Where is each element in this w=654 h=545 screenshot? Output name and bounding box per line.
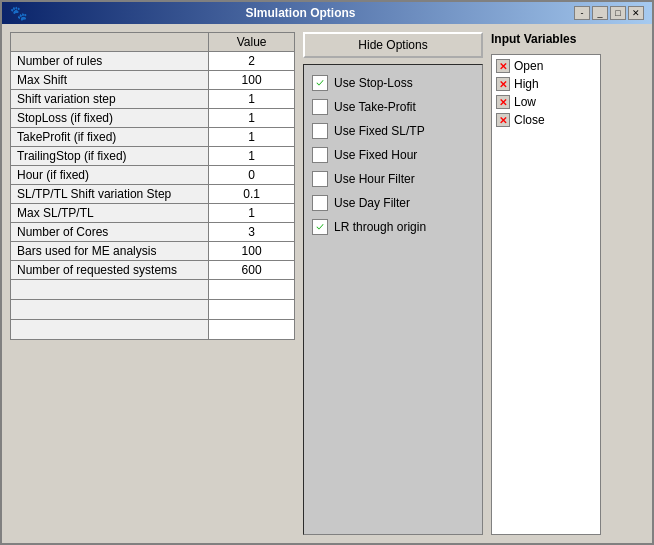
empty-cell [209,280,295,300]
empty-cell [209,300,295,320]
var-delete-icon[interactable]: ✕ [496,113,510,127]
row-label: StopLoss (if fixed) [11,109,209,128]
row-label: TrailingStop (if fixed) [11,147,209,166]
checkbox-row[interactable]: LR through origin [312,219,474,235]
row-label: Number of Cores [11,223,209,242]
var-row: ✕High [496,77,596,91]
row-label: Hour (if fixed) [11,166,209,185]
checkbox-label: Use Fixed Hour [334,148,417,162]
checkbox-label: Use Stop-Loss [334,76,413,90]
table-row: Number of Cores3 [11,223,295,242]
left-panel: Value Number of rules2Max Shift100Shift … [10,32,295,535]
var-label: Low [514,95,536,109]
row-value[interactable]: 0 [209,166,295,185]
checkbox-row[interactable]: Use Fixed Hour [312,147,474,163]
row-label: Shift variation step [11,90,209,109]
window-title: SImulation Options [27,6,574,20]
empty-cell [11,300,209,320]
row-value[interactable]: 100 [209,242,295,261]
empty-cell [209,320,295,340]
checkbox-label: Use Take-Profit [334,100,416,114]
row-label: TakeProfit (if fixed) [11,128,209,147]
table-row: Max Shift100 [11,71,295,90]
window-content: Value Number of rules2Max Shift100Shift … [2,24,652,543]
options-box: Use Stop-LossUse Take-ProfitUse Fixed SL… [303,64,483,535]
row-label: Bars used for ME analysis [11,242,209,261]
var-label: Open [514,59,543,73]
row-value[interactable]: 3 [209,223,295,242]
table-row: Hour (if fixed)0 [11,166,295,185]
checkbox-row[interactable]: Use Hour Filter [312,171,474,187]
close-button[interactable]: ✕ [628,6,644,20]
row-value[interactable]: 0.1 [209,185,295,204]
checkbox-row[interactable]: Use Day Filter [312,195,474,211]
row-label: SL/TP/TL Shift variation Step [11,185,209,204]
var-label: Close [514,113,545,127]
table-row-empty [11,320,295,340]
window-icon: 🐾 [10,5,27,21]
checkbox-icon[interactable] [312,75,328,91]
var-row: ✕Low [496,95,596,109]
row-label: Number of requested systems [11,261,209,280]
right-panel: Input Variables ✕Open✕High✕Low✕Close [491,32,601,535]
checkbox-icon[interactable] [312,123,328,139]
table-row: Number of rules2 [11,52,295,71]
row-value[interactable]: 600 [209,261,295,280]
title-bar: 🐾 SImulation Options - _ □ ✕ [2,2,652,24]
table-row: TakeProfit (if fixed)1 [11,128,295,147]
checkbox-label: LR through origin [334,220,426,234]
checkbox-row[interactable]: Use Fixed SL/TP [312,123,474,139]
checkbox-icon[interactable] [312,195,328,211]
checkbox-label: Use Fixed SL/TP [334,124,425,138]
extra-button[interactable]: - [574,6,590,20]
table-row: TrailingStop (if fixed)1 [11,147,295,166]
row-label: Max Shift [11,71,209,90]
var-delete-icon[interactable]: ✕ [496,95,510,109]
row-value[interactable]: 1 [209,128,295,147]
checkbox-icon[interactable] [312,171,328,187]
checkbox-row[interactable]: Use Stop-Loss [312,75,474,91]
checkbox-icon[interactable] [312,147,328,163]
var-delete-icon[interactable]: ✕ [496,77,510,91]
table-row-empty [11,300,295,320]
row-value[interactable]: 100 [209,71,295,90]
row-value[interactable]: 1 [209,109,295,128]
minimize-button[interactable]: _ [592,6,608,20]
table-row: StopLoss (if fixed)1 [11,109,295,128]
main-window: 🐾 SImulation Options - _ □ ✕ Value Numbe… [0,0,654,545]
empty-cell [11,320,209,340]
var-label: High [514,77,539,91]
options-table: Value Number of rules2Max Shift100Shift … [10,32,295,340]
row-label: Max SL/TP/TL [11,204,209,223]
table-row-empty [11,280,295,300]
hide-options-button[interactable]: Hide Options [303,32,483,58]
table-row: Bars used for ME analysis100 [11,242,295,261]
input-var-box: ✕Open✕High✕Low✕Close [491,54,601,535]
var-delete-icon[interactable]: ✕ [496,59,510,73]
row-value[interactable]: 1 [209,90,295,109]
checkbox-icon[interactable] [312,99,328,115]
table-row: Max SL/TP/TL1 [11,204,295,223]
maximize-button[interactable]: □ [610,6,626,20]
checkbox-label: Use Hour Filter [334,172,415,186]
col-label-header [11,33,209,52]
checkbox-icon[interactable] [312,219,328,235]
checkbox-label: Use Day Filter [334,196,410,210]
var-row: ✕Close [496,113,596,127]
row-label: Number of rules [11,52,209,71]
empty-cell [11,280,209,300]
table-row: Shift variation step1 [11,90,295,109]
row-value[interactable]: 1 [209,204,295,223]
col-value-header: Value [209,33,295,52]
checkbox-row[interactable]: Use Take-Profit [312,99,474,115]
input-variables-title: Input Variables [491,32,601,46]
table-row: SL/TP/TL Shift variation Step0.1 [11,185,295,204]
var-row: ✕Open [496,59,596,73]
row-value[interactable]: 1 [209,147,295,166]
middle-panel: Hide Options Use Stop-LossUse Take-Profi… [303,32,483,535]
row-value[interactable]: 2 [209,52,295,71]
table-row: Number of requested systems600 [11,261,295,280]
title-bar-buttons: - _ □ ✕ [574,6,644,20]
title-bar-left: 🐾 [10,5,27,21]
